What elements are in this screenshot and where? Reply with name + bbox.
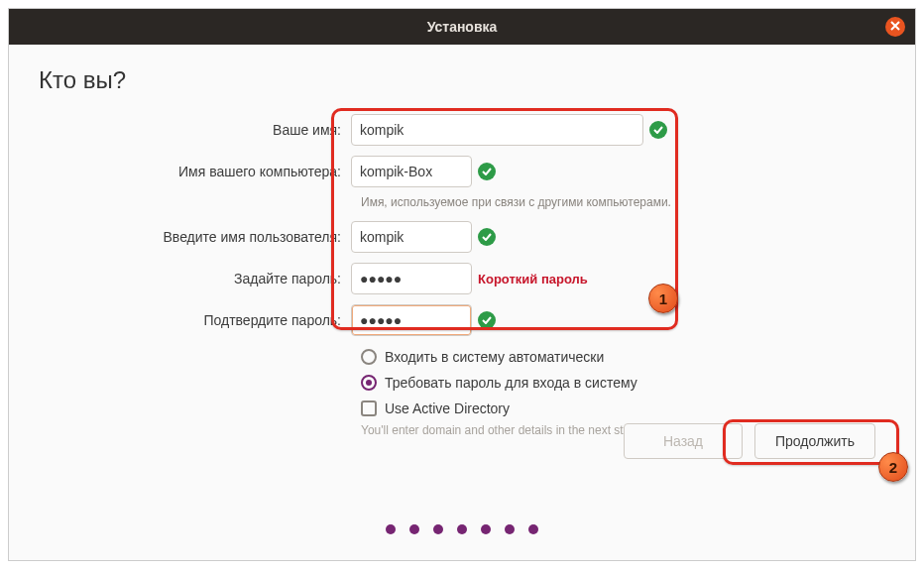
radio-label: Входить в систему автоматически (385, 349, 604, 365)
continue-button[interactable]: Продолжить (754, 423, 875, 459)
row-computer: Имя вашего компьютера: (39, 154, 885, 189)
annotation-badge-1: 1 (648, 284, 678, 313)
checkbox-icon (361, 400, 377, 416)
window-title: Установка (427, 19, 498, 35)
check-icon (478, 311, 496, 329)
button-row: Назад Продолжить (624, 423, 875, 459)
dot-icon (386, 524, 396, 534)
page-title: Кто вы? (9, 45, 915, 112)
name-input[interactable] (351, 114, 643, 146)
check-icon (649, 121, 667, 139)
annotation-badge-2: 2 (878, 452, 908, 482)
confirm-password-input[interactable] (351, 304, 472, 336)
radio-require-password[interactable]: Требовать пароль для входа в систему (361, 370, 885, 396)
dot-icon (528, 524, 538, 534)
label-password: Задайте пароль: (39, 271, 351, 286)
user-form: Ваше имя: Имя вашего компьютера: Имя, ис… (9, 112, 915, 449)
checkbox-active-directory[interactable]: Use Active Directory (361, 396, 885, 421)
dot-icon (409, 524, 419, 534)
progress-dots (9, 524, 915, 534)
row-name: Ваше имя: (39, 112, 885, 148)
check-icon (478, 163, 496, 180)
radio-icon (361, 349, 377, 365)
checkbox-label: Use Active Directory (385, 400, 510, 416)
row-password: Задайте пароль: Короткий пароль (39, 261, 885, 296)
dot-icon (481, 524, 491, 534)
installer-window: Установка Кто вы? Ваше имя: Имя вашего к… (8, 8, 916, 561)
label-name: Ваше имя: (39, 122, 351, 138)
dot-icon (505, 524, 515, 534)
label-computer: Имя вашего компьютера: (39, 164, 351, 179)
radio-label: Требовать пароль для входа в систему (385, 375, 637, 391)
check-icon (478, 228, 496, 246)
back-button[interactable]: Назад (624, 423, 743, 459)
radio-icon (361, 375, 377, 391)
close-button[interactable] (885, 17, 905, 37)
password-input[interactable] (351, 263, 472, 294)
row-confirm: Подтвердите пароль: (39, 302, 885, 338)
row-username: Введите имя пользователя: (39, 219, 885, 255)
password-warning: Короткий пароль (478, 272, 588, 286)
computer-input[interactable] (351, 156, 472, 187)
dot-icon (433, 524, 443, 534)
label-confirm: Подтвердите пароль: (39, 312, 351, 328)
dot-icon (457, 524, 467, 534)
computer-hint: Имя, используемое при связи с другими ко… (361, 195, 885, 209)
label-username: Введите имя пользователя: (39, 229, 351, 245)
close-icon (890, 21, 900, 31)
titlebar: Установка (9, 9, 915, 45)
username-input[interactable] (351, 221, 472, 253)
radio-auto-login[interactable]: Входить в систему автоматически (361, 344, 885, 370)
